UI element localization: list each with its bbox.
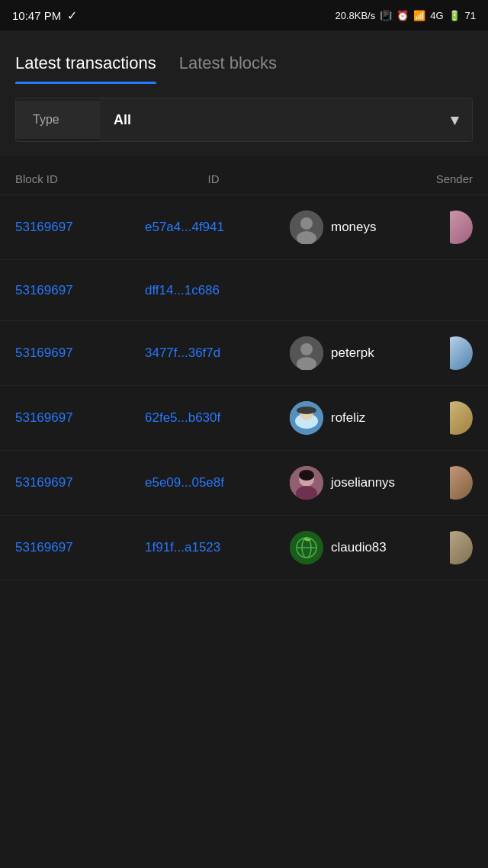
tx-id-cell: 3477f...36f7d	[137, 346, 290, 361]
right-avatar-partial	[450, 401, 473, 435]
status-bar: 10:47 PM ✓ 20.8KB/s 📳 ⏰ 📶 4G 🔋 71	[0, 0, 488, 31]
alarm-icon: ⏰	[396, 10, 409, 21]
block-id-cell: 53169697	[15, 220, 137, 235]
tab-latest-blocks[interactable]: Latest blocks	[179, 53, 277, 84]
block-id-cell: 53169697	[15, 540, 137, 555]
tx-id-cell: 62fe5...b630f	[137, 410, 290, 426]
col-id: ID	[137, 172, 290, 185]
network-type: 4G	[430, 10, 443, 21]
right-avatar-partial	[450, 211, 473, 244]
svg-point-1	[300, 217, 313, 230]
sender-name: peterpk	[331, 346, 374, 361]
sender-cell: claudio83	[290, 531, 473, 564]
sender-name: joseliannys	[331, 475, 395, 490]
tab-latest-transactions[interactable]: Latest transactions	[15, 53, 156, 84]
sender-name: claudio83	[331, 540, 387, 555]
avatar-claudio83	[290, 531, 323, 564]
sender-name: rofeliz	[331, 410, 365, 426]
tx-id-cell: e5e09...05e8f	[137, 475, 290, 490]
table-row[interactable]: 53169697 62fe5...b630f rofeliz	[0, 386, 488, 451]
block-id-cell: 53169697	[15, 283, 137, 298]
battery-level: 71	[465, 10, 476, 21]
transactions-table: Block ID ID Sender 53169697 e57a4...4f94…	[0, 163, 488, 580]
table-row[interactable]: 53169697 dff14...1c686	[0, 260, 488, 321]
tabs: Latest transactions Latest blocks	[15, 53, 473, 84]
download-icon: ✓	[67, 8, 77, 23]
col-sender: Sender	[290, 172, 473, 185]
tx-id-cell: dff14...1c686	[137, 283, 290, 298]
filter-section: Type All ▾	[0, 84, 488, 156]
col-block-id: Block ID	[15, 172, 137, 185]
time: 10:47 PM	[12, 9, 61, 22]
right-avatar-partial	[450, 531, 473, 564]
type-select-dropdown[interactable]: All ▾	[100, 98, 472, 141]
network-speed: 20.8KB/s	[335, 10, 375, 21]
type-selected-value: All	[114, 112, 131, 128]
type-filter: Type All ▾	[15, 98, 473, 142]
table-row[interactable]: 53169697 e5e09...05e8f joseliannys	[0, 451, 488, 516]
vibrate-icon: 📳	[380, 10, 392, 21]
block-id-cell: 53169697	[15, 346, 137, 361]
sender-cell: moneys	[290, 211, 473, 244]
table-row[interactable]: 53169697 3477f...36f7d peterpk	[0, 321, 488, 386]
table-row[interactable]: 53169697 e57a4...4f941 moneys	[0, 195, 488, 260]
right-avatar-partial	[450, 336, 473, 370]
svg-point-9	[297, 407, 316, 414]
type-label: Type	[16, 101, 100, 139]
tx-id-cell: e57a4...4f941	[137, 220, 290, 235]
signal-icon: 📶	[413, 10, 425, 21]
avatar-rofeliz	[290, 401, 323, 435]
sender-cell: joseliannys	[290, 466, 473, 500]
sender-name: moneys	[331, 220, 377, 235]
right-avatar-partial	[450, 466, 473, 500]
sender-cell: rofeliz	[290, 401, 473, 435]
avatar-joseliannys	[290, 466, 323, 500]
block-id-cell: 53169697	[15, 475, 137, 490]
svg-point-4	[300, 343, 313, 355]
avatar-moneys	[290, 211, 323, 244]
table-row[interactable]: 53169697 1f91f...a1523 claudio83	[0, 516, 488, 580]
table-header: Block ID ID Sender	[0, 163, 488, 195]
tabs-container: Latest transactions Latest blocks	[0, 31, 488, 84]
chevron-down-icon: ▾	[451, 111, 458, 129]
sender-cell: peterpk	[290, 336, 473, 370]
avatar-peterpk	[290, 336, 323, 370]
svg-rect-13	[299, 470, 314, 481]
block-id-cell: 53169697	[15, 410, 137, 426]
battery-icon: 🔋	[448, 10, 461, 21]
tx-id-cell: 1f91f...a1523	[137, 540, 290, 555]
